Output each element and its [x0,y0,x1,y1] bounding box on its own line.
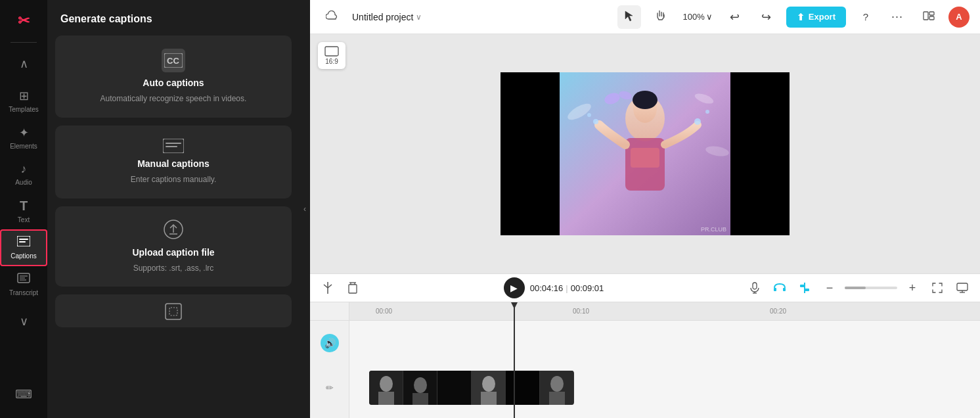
svg-rect-17 [929,12,934,15]
text-icon: T [20,198,28,214]
video-strip[interactable] [369,371,574,405]
sidebar-collapse-down[interactable]: ∨ [0,303,47,340]
mic-button[interactable] [745,278,765,298]
redo-icon: ↪ [761,10,771,24]
panel-collapse-handle[interactable]: ‹ [300,0,310,418]
svg-point-57 [414,377,427,393]
sidebar-item-text[interactable]: T Text [0,193,47,229]
audio-track-icon: 🔊 [321,334,339,352]
zoom-value: 100% [683,12,705,22]
delete-tool-button[interactable] [343,278,363,298]
pointer-tool-button[interactable] [617,5,641,29]
timeline-tracks: 🔊 ✏ 00:00 00:10 00:20 [310,302,980,418]
sidebar-item-label: Text [18,216,30,223]
svg-rect-28 [631,148,659,168]
watermark-label: PR.CLUB [701,226,726,233]
help-button[interactable]: ? [854,5,878,29]
zoom-chevron-icon: ∨ [706,12,713,22]
align-button[interactable] [795,278,814,298]
svg-rect-46 [783,288,786,291]
panel-title: Generate captions [47,0,300,35]
video-track-label: ✏ [310,365,349,410]
svg-point-31 [694,118,701,125]
audio-track-label: 🔊 [310,321,349,365]
auto-captions-title: Auto captions [143,78,204,88]
extra-caption-icon [164,302,183,323]
main-area: Untitled project ∨ 100% ∨ ↩ ↪ [310,0,980,418]
edit-pencil-icon[interactable]: ✏ [321,379,339,397]
pointer-icon [624,10,635,24]
timeline-ruler: 00:00 00:10 00:20 [349,302,980,321]
cloud-icon [326,11,339,24]
svg-point-54 [380,376,393,392]
export-icon: ⬆ [797,12,805,22]
playhead[interactable] [514,302,515,418]
ruler-tick-20: 00:20 [770,308,786,315]
aspect-ratio-button[interactable]: 16:9 [318,42,345,69]
auto-captions-desc: Automatically recognize speech in videos… [100,93,247,104]
aspect-ratio-label: 16:9 [325,58,338,65]
sidebar-item-captions[interactable]: Captions [0,229,47,266]
sidebar-item-elements[interactable]: ✦ Elements [0,119,47,156]
thumb-segment-2 [403,371,437,405]
auto-captions-card[interactable]: CC Auto captions Automatically recognize… [55,35,292,118]
zoom-slider[interactable] [845,287,897,289]
sidebar-item-audio[interactable]: ♪ Audio [0,156,47,193]
audio-icon: ♪ [21,162,27,176]
ruler-tick-0: 00:00 [376,308,392,315]
hand-tool-button[interactable] [649,5,673,29]
upload-caption-card[interactable]: Upload caption file Supports: .srt, .ass… [55,206,292,287]
svg-rect-18 [929,16,934,20]
sidebar-divider-top [11,42,37,43]
svg-text:CC: CC [167,56,179,66]
track-content-area: 00:00 00:10 00:20 [349,302,980,418]
video-figure: PR.CLUB [560,72,730,235]
play-icon: ▶ [510,283,518,293]
thumb-segment-5 [506,371,540,405]
zoom-out-button[interactable]: − [820,278,839,298]
manual-captions-desc: Enter captions manually. [131,174,217,185]
sidebar-item-templates[interactable]: ⊞ Templates [0,82,47,119]
svg-rect-42 [753,283,757,289]
play-button[interactable]: ▶ [504,277,525,298]
sidebar-item-transcript[interactable]: Transcript [0,266,47,303]
redo-button[interactable]: ↪ [755,5,778,29]
zoom-plus-icon: + [909,281,916,295]
undo-button[interactable]: ↩ [723,5,747,29]
sidebar-item-label: Templates [9,106,39,113]
avatar-initials: A [956,12,962,22]
svg-rect-45 [774,288,776,291]
transcript-icon [17,273,30,287]
sidebar-collapse-up[interactable]: ∧ [0,45,47,82]
timeline-controls-bar: ▶ 00:04:16 | 00:09:01 − [310,273,980,302]
keyboard-shortcut-button[interactable]: ⌨ [0,376,47,413]
captions-panel: Generate captions CC Auto captions Autom… [47,0,300,418]
time-separator: | [566,283,568,293]
export-button[interactable]: ⬆ Export [786,7,846,28]
preview-monitor-button[interactable] [952,278,972,298]
svg-rect-62 [481,392,497,405]
zoom-level-button[interactable]: 100% ∨ [680,12,715,22]
svg-point-29 [593,119,598,124]
logo-area[interactable]: ✂ [0,5,47,37]
app-logo-icon: ✂ [18,12,30,30]
svg-rect-55 [378,392,394,405]
fullscreen-button[interactable] [927,278,947,298]
cloud-save-button[interactable] [321,5,344,29]
svg-rect-66 [549,392,565,405]
magnetic-snap-button[interactable] [770,278,790,298]
more-options-button[interactable]: ··· [885,5,909,29]
top-bar: Untitled project ∨ 100% ∨ ↩ ↪ [310,0,980,34]
video-track-content [349,371,980,405]
layout-toggle-button[interactable] [917,5,941,29]
extra-caption-card[interactable] [55,294,292,327]
collapse-icon: ‹ [303,204,306,214]
user-avatar[interactable]: A [948,7,969,28]
captions-icon [17,236,30,250]
split-tool-button[interactable] [318,278,338,298]
chevron-down-icon: ∨ [20,314,28,329]
manual-captions-card[interactable]: Manual captions Enter captions manually. [55,126,292,198]
zoom-in-button[interactable]: + [902,278,922,298]
video-image-area: PR.CLUB [560,72,730,235]
project-name-button[interactable]: Untitled project ∨ [352,12,422,22]
